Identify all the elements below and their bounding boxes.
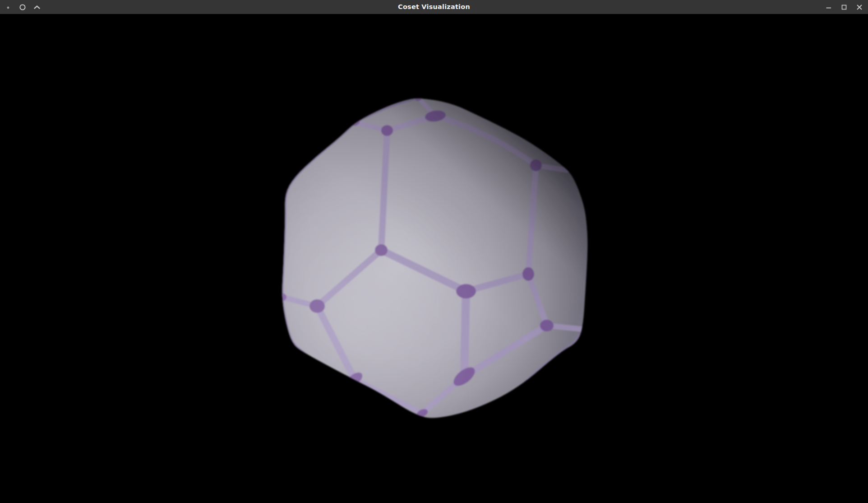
titlebar[interactable]: Coset Visualization [0,0,868,14]
window-title: Coset Visualization [0,0,868,14]
shading-overlay [253,77,614,438]
maximize-icon [840,4,848,11]
chevron-up-glyph [33,4,41,11]
coset-polytope [253,77,614,438]
minimize-button[interactable] [821,0,836,14]
minimize-icon [825,4,832,11]
circle-icon[interactable] [15,0,30,14]
maximize-button[interactable] [836,0,852,14]
app-dot-icon[interactable] [1,0,15,14]
circle-glyph [19,4,26,11]
coset-viewport[interactable] [0,0,868,503]
close-icon [856,4,863,11]
chevron-up-icon[interactable] [30,0,44,14]
dot-glyph [5,4,11,10]
close-button[interactable] [852,0,867,14]
coset-polytope-canvas[interactable] [0,0,868,503]
app-window: Coset Visualization [0,0,868,503]
